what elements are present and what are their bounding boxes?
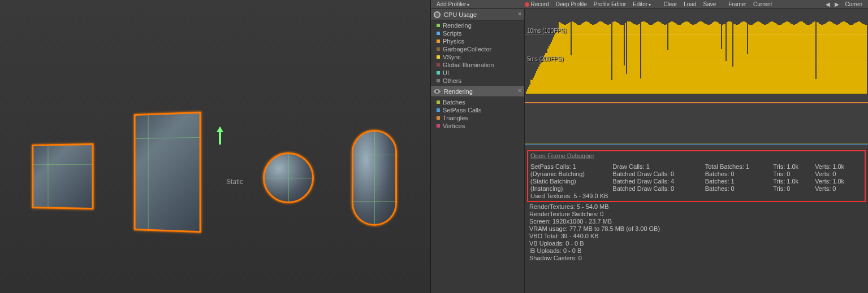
profiler-toolbar: Add Profiler Record Deep Profile Profile…: [431, 0, 868, 9]
category-label: Scripts: [443, 30, 462, 37]
category-label: Others: [443, 77, 461, 84]
profiler-panel: Add Profiler Record Deep Profile Profile…: [431, 0, 868, 293]
clear-button[interactable]: Clear: [660, 1, 680, 7]
stats-cell: Tris: 1.0k: [773, 163, 815, 170]
stats-line: VB Uploads: 0 - 0 B: [529, 240, 863, 247]
svg-point-1: [435, 12, 439, 17]
rendering-category-item[interactable]: Vertices: [431, 122, 524, 130]
stats-cell: Tris: 0: [773, 170, 815, 178]
stats-cell: Verts: 1.0k: [815, 178, 862, 185]
cpu-category-list: RenderingScriptsPhysicsGarbageCollectorV…: [431, 20, 524, 86]
stats-cell: Batches: 0: [705, 170, 774, 178]
rendering-module-title: Rendering: [444, 88, 473, 95]
color-swatch-icon: [437, 63, 440, 67]
stats-cell: Verts: 0: [815, 170, 862, 178]
cpu-usage-graph[interactable]: 10ms (100FPS)5ms (200FPS): [525, 9, 868, 94]
stats-cell: Tris: 1.0k: [773, 178, 815, 185]
rendering-category-list: BatchesSetPass CallsTrianglesVertices: [431, 97, 524, 131]
stats-cell: (Dynamic Batching): [530, 170, 612, 178]
frame-value: Current: [750, 1, 775, 7]
load-button[interactable]: Load: [680, 1, 699, 7]
stats-row: SetPass Calls: 1Draw Calls: 1Total Batch…: [530, 163, 862, 170]
stats-row: (Dynamic Batching)Batched Draw Calls: 0B…: [530, 170, 862, 178]
category-label: SetPass Calls: [443, 107, 481, 113]
rendering-category-item[interactable]: Triangles: [431, 114, 524, 122]
profiler-module-list: CPU Usage ✕ RenderingScriptsPhysicsGarba…: [431, 9, 525, 293]
cpu-category-item[interactable]: VSync: [431, 53, 524, 61]
cpu-category-item[interactable]: Others: [431, 77, 524, 85]
stats-cell: (Static Batching): [530, 178, 612, 185]
color-swatch-icon: [437, 116, 440, 120]
stats-cell: (Instancing): [530, 185, 612, 193]
open-frame-debugger-link[interactable]: Open Frame Debugger: [530, 152, 594, 160]
stats-line: IB Uploads: 0 - 0 B: [529, 247, 863, 255]
stats-line: VBO Total: 39 - 440.0 KB: [529, 233, 863, 240]
stats-row: (Static Batching)Batched Draw Calls: 4Ba…: [530, 178, 862, 185]
cpu-category-item[interactable]: Global Illumination: [431, 61, 524, 69]
stats-cell: Verts: 0: [815, 185, 862, 193]
cpu-module-header[interactable]: CPU Usage ✕: [431, 9, 524, 20]
color-swatch-icon: [437, 55, 440, 59]
scene-view[interactable]: Static: [0, 0, 431, 293]
stats-line: VRAM usage: 77.7 MB to 78.5 MB (of 3.00 …: [529, 225, 863, 233]
category-label: VSync: [443, 54, 461, 60]
stats-line: Used Textures: 5 - 349.0 KB: [530, 193, 862, 200]
frame-label: Frame:: [725, 1, 750, 7]
cpu-category-item[interactable]: Rendering: [431, 21, 524, 29]
record-icon: [525, 2, 529, 7]
color-swatch-icon: [437, 71, 440, 75]
scene-object-cube-tall[interactable]: [133, 113, 201, 231]
stats-cell: Draw Calls: 1: [612, 163, 705, 170]
color-swatch-icon: [437, 124, 440, 128]
record-button[interactable]: Record: [521, 1, 552, 7]
stats-cell: Tris: 0: [773, 185, 815, 193]
cpu-category-item[interactable]: Scripts: [431, 29, 524, 37]
editor-dropdown[interactable]: Editor: [629, 1, 654, 7]
profile-editor-button[interactable]: Profile Editor: [590, 1, 629, 7]
cpu-category-item[interactable]: Physics: [431, 37, 524, 45]
prev-frame-button[interactable]: ◀: [823, 1, 832, 7]
category-label: Rendering: [443, 22, 472, 29]
next-frame-button[interactable]: ▶: [832, 1, 841, 7]
rendering-stats: Open Frame Debugger SetPass Calls: 1Draw…: [525, 149, 868, 293]
category-label: Vertices: [443, 123, 465, 129]
scene-object-cube-small[interactable]: [31, 144, 93, 209]
scene-object-sphere[interactable]: [263, 152, 314, 203]
stats-cell: Batches: 0: [705, 185, 774, 193]
save-button[interactable]: Save: [700, 1, 720, 7]
stats-cell: Batches: 1: [705, 178, 774, 185]
rendering-category-item[interactable]: SetPass Calls: [431, 106, 524, 114]
color-swatch-icon: [437, 47, 440, 51]
graph-gridline-label: 10ms (100FPS): [527, 28, 567, 34]
stats-cell: Verts: 1.0k: [815, 163, 862, 170]
color-swatch-icon: [437, 100, 440, 104]
stats-line: RenderTextures: 5 - 54.0 MB: [529, 203, 863, 211]
stats-cell: Batched Draw Calls: 0: [612, 170, 705, 178]
color-swatch-icon: [437, 108, 440, 112]
stats-highlight-box: Open Frame Debugger SetPass Calls: 1Draw…: [527, 150, 866, 202]
stats-cell: Batched Draw Calls: 0: [612, 185, 705, 193]
stats-cell: Batched Draw Calls: 4: [612, 178, 705, 185]
scene-object-capsule[interactable]: [352, 130, 397, 226]
close-icon[interactable]: ✕: [517, 88, 522, 94]
deep-profile-button[interactable]: Deep Profile: [552, 1, 590, 7]
category-label: Triangles: [443, 115, 468, 121]
category-label: Batches: [443, 99, 465, 106]
rendering-category-item[interactable]: Batches: [431, 98, 524, 106]
current-button[interactable]: Curren: [841, 1, 866, 7]
category-label: Global Illumination: [443, 62, 494, 68]
color-swatch-icon: [437, 32, 440, 35]
rendering-graph[interactable]: [525, 94, 868, 149]
close-icon[interactable]: ✕: [517, 11, 522, 17]
stats-line: Screen: 1920x1080 - 23.7 MB: [529, 218, 863, 225]
color-swatch-icon: [437, 24, 440, 27]
gizmo-y-axis-icon[interactable]: [219, 128, 221, 145]
add-profiler-dropdown[interactable]: Add Profiler: [433, 1, 473, 7]
stats-line: RenderTexture Switches: 0: [529, 211, 863, 218]
static-label: Static: [226, 178, 243, 186]
cpu-category-item[interactable]: GarbageCollector: [431, 45, 524, 53]
rendering-module-header[interactable]: Rendering ✕: [431, 86, 524, 97]
category-label: Physics: [443, 38, 464, 45]
rendering-icon: [433, 88, 441, 95]
cpu-category-item[interactable]: UI: [431, 69, 524, 77]
